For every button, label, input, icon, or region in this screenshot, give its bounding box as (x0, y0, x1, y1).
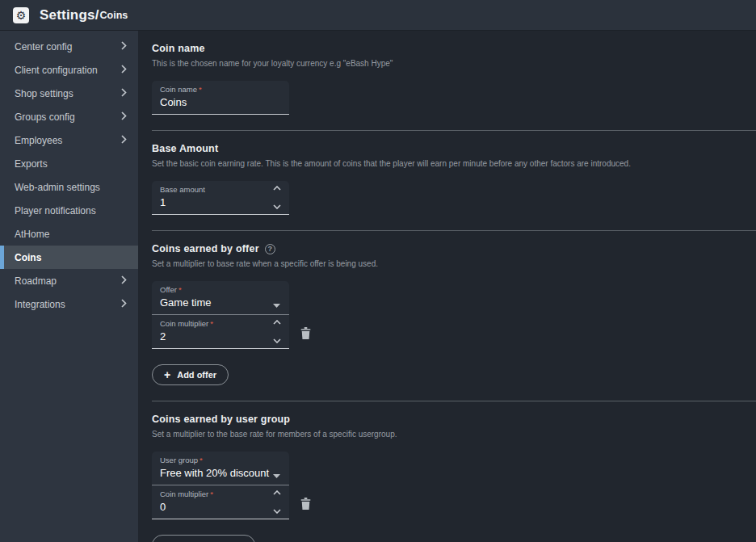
field-label: Offer (160, 285, 177, 294)
trash-icon (300, 327, 311, 339)
section-coins-by-user-group: Coins earned by user group Set a multipl… (152, 401, 756, 542)
delete-offer-button[interactable] (300, 327, 311, 339)
field-label: Coin multiplier (160, 319, 208, 328)
section-coins-by-offer: Coins earned by offer ? Set a multiplier… (152, 231, 756, 401)
offer-multiplier-value[interactable]: 2 (160, 330, 281, 342)
section-base-amount: Base Amount Set the basic coin earning r… (152, 131, 756, 231)
required-marker: * (210, 489, 213, 498)
sidebar-item-shop-settings[interactable]: Shop settings (0, 82, 138, 105)
base-amount-value[interactable]: 1 (160, 196, 281, 208)
main-layout: Center configClient configurationShop se… (0, 31, 756, 542)
field-label: User group (160, 456, 198, 464)
add-offer-label: Add offer (177, 370, 216, 380)
increment-icon[interactable] (273, 320, 281, 325)
section-description: Set a multiplier to base rate when a spe… (152, 259, 756, 268)
chevron-right-icon (121, 275, 127, 287)
coin-name-value[interactable]: Coins (160, 96, 281, 108)
sidebar-item-roadmap[interactable]: Roadmap (0, 269, 138, 292)
required-marker: * (200, 456, 203, 464)
trash-icon (300, 498, 311, 510)
section-title: Coins earned by user group (152, 414, 290, 425)
offer-multiplier-stepper[interactable]: Coin multiplier* 2 (152, 315, 289, 349)
field-label: Base amount (160, 185, 205, 194)
field-label: Coin name (160, 85, 197, 94)
sidebar-item-label: AtHome (15, 229, 49, 240)
section-description: Set the basic coin earning rate. This is… (152, 159, 756, 168)
sidebar-item-label: Groups config (15, 111, 75, 123)
chevron-right-icon (121, 299, 127, 310)
sidebar-item-athome[interactable]: AtHome (0, 222, 138, 246)
sidebar-item-center-config[interactable]: Center config (0, 35, 138, 58)
decrement-icon[interactable] (273, 338, 281, 343)
sidebar-item-coins[interactable]: Coins (0, 246, 138, 269)
sidebar-item-label: Employees (15, 135, 62, 146)
page-title: Settings/ (40, 7, 99, 23)
sidebar-item-integrations[interactable]: Integrations (0, 292, 138, 316)
gear-icon: ⚙ (13, 7, 29, 23)
offer-select[interactable]: Offer* Game time (152, 281, 289, 315)
section-description: This is the chosen name for your loyalty… (152, 59, 756, 68)
chevron-right-icon (121, 135, 127, 146)
dropdown-caret-icon[interactable] (273, 467, 280, 481)
sidebar-item-label: Player notifications (15, 205, 96, 216)
required-marker: * (178, 285, 182, 294)
sidebar-item-label: Roadmap (15, 275, 57, 287)
section-title: Coins earned by offer (152, 243, 259, 254)
user-group-select-value[interactable]: Free with 20% discount (160, 467, 281, 479)
section-title: Base Amount (152, 143, 218, 154)
delete-user-group-button[interactable] (300, 498, 311, 510)
sidebar-item-groups-config[interactable]: Groups config (0, 105, 138, 128)
required-marker: * (199, 85, 202, 94)
sidebar-item-label: Client configuration (15, 65, 98, 76)
sidebar-item-label: Coins (15, 252, 41, 263)
sidebar-item-exports[interactable]: Exports (0, 152, 138, 175)
group-multiplier-stepper[interactable]: Coin multiplier* 0 (152, 485, 289, 519)
section-coin-name: Coin name This is the chosen name for yo… (152, 31, 756, 131)
help-icon[interactable]: ? (265, 244, 275, 254)
decrement-icon[interactable] (273, 509, 281, 514)
field-label: Coin multiplier (160, 489, 208, 498)
app-window: ⚙ Settings/ Coins Center configClient co… (0, 0, 756, 542)
section-description: Set a multiplier to the base rate for me… (152, 430, 756, 439)
increment-icon[interactable] (273, 490, 281, 495)
sidebar-item-label: Shop settings (15, 88, 74, 99)
coin-name-input[interactable]: Coin name* Coins (152, 81, 289, 115)
sidebar-item-label: Web-admin settings (15, 182, 100, 193)
decrement-icon[interactable] (273, 204, 281, 209)
group-multiplier-value[interactable]: 0 (160, 501, 281, 513)
section-title: Coin name (152, 43, 205, 54)
add-offer-button[interactable]: + Add offer (152, 364, 229, 385)
page-subtitle: Coins (100, 10, 128, 21)
sidebar-item-label: Center config (15, 41, 72, 53)
topbar: ⚙ Settings/ Coins (0, 0, 756, 31)
sidebar-item-label: Exports (15, 158, 48, 170)
chevron-right-icon (121, 41, 127, 53)
base-amount-stepper[interactable]: Base amount 1 (152, 181, 289, 215)
plus-icon: + (164, 371, 170, 379)
chevron-right-icon (121, 111, 127, 123)
sidebar-item-client-configuration[interactable]: Client configuration (0, 58, 138, 82)
sidebar-item-web-admin-settings[interactable]: Web-admin settings (0, 175, 138, 199)
sidebar-item-player-notifications[interactable]: Player notifications (0, 199, 138, 222)
sidebar-nav: Center configClient configurationShop se… (0, 31, 138, 542)
chevron-right-icon (121, 88, 127, 99)
add-user-group-button[interactable]: + Add user group (152, 535, 255, 542)
content-area: Coin name This is the chosen name for yo… (138, 31, 756, 542)
chevron-right-icon (121, 65, 127, 76)
sidebar-item-employees[interactable]: Employees (0, 128, 138, 152)
sidebar-item-label: Integrations (15, 299, 65, 310)
required-marker: * (210, 319, 213, 328)
increment-icon[interactable] (273, 186, 281, 191)
offer-select-value[interactable]: Game time (160, 296, 281, 309)
user-group-select[interactable]: User group* Free with 20% discount (152, 452, 289, 485)
dropdown-caret-icon[interactable] (273, 296, 280, 311)
